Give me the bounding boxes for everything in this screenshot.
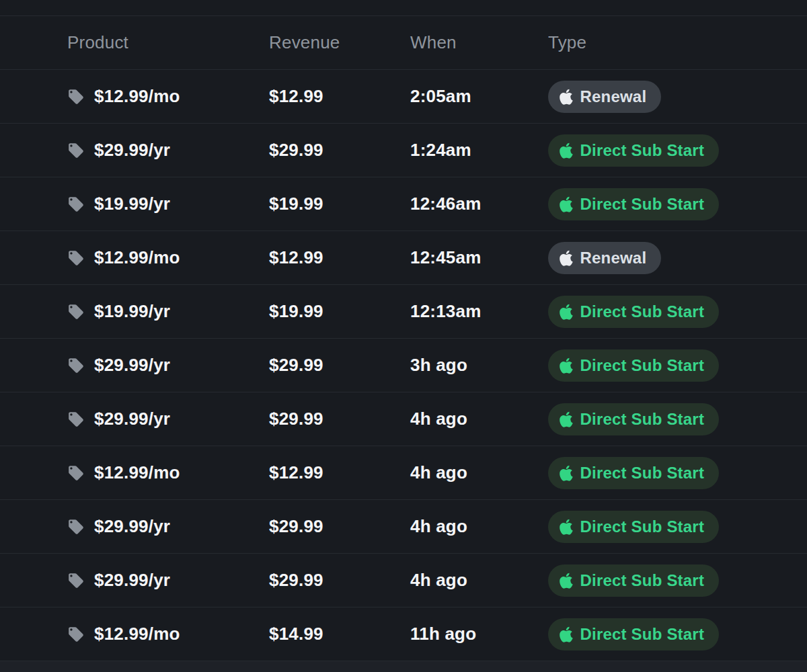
transaction-type-badge: Direct Sub Start bbox=[548, 296, 719, 328]
when-cell: 12:13am bbox=[410, 301, 548, 322]
revenue-cell: $12.99 bbox=[269, 86, 410, 107]
apple-icon bbox=[560, 196, 573, 213]
table-top-divider bbox=[0, 0, 807, 16]
product-cell-wrap: $12.99/mo bbox=[67, 86, 269, 107]
apple-icon bbox=[560, 518, 573, 536]
column-header-product: Product bbox=[67, 32, 269, 53]
type-cell-wrap: Direct Sub Start bbox=[548, 511, 807, 543]
tag-icon bbox=[67, 357, 85, 374]
product-cell-wrap: $29.99/yr bbox=[67, 140, 269, 161]
column-header-type: Type bbox=[548, 32, 807, 53]
type-cell-wrap: Direct Sub Start bbox=[548, 134, 807, 167]
table-header-row: Product Revenue When Type bbox=[0, 16, 807, 70]
transaction-type-badge: Direct Sub Start bbox=[548, 403, 719, 435]
product-cell-wrap: $29.99/yr bbox=[67, 570, 269, 591]
product-cell-wrap: $29.99/yr bbox=[67, 355, 269, 376]
product-cell: $29.99/yr bbox=[94, 570, 170, 591]
product-cell-wrap: $12.99/mo bbox=[67, 462, 269, 483]
table-row[interactable]: $29.99/yr $29.99 4h ago Direct Sub Start bbox=[0, 554, 807, 607]
revenue-cell: $29.99 bbox=[269, 140, 410, 161]
table-body: $12.99/mo $12.99 2:05am Renewal $29.99/y… bbox=[0, 70, 807, 661]
badge-label: Direct Sub Start bbox=[580, 195, 705, 214]
badge-label: Direct Sub Start bbox=[580, 625, 705, 644]
product-cell: $12.99/mo bbox=[94, 86, 180, 107]
transaction-type-badge: Direct Sub Start bbox=[548, 349, 719, 382]
product-cell-wrap: $29.99/yr bbox=[67, 516, 269, 537]
product-cell-wrap: $29.99/yr bbox=[67, 409, 269, 429]
revenue-cell: $29.99 bbox=[269, 355, 410, 376]
product-cell: $19.99/yr bbox=[94, 301, 170, 322]
tag-icon bbox=[67, 142, 85, 159]
product-cell-wrap: $19.99/yr bbox=[67, 194, 269, 214]
product-cell-wrap: $12.99/mo bbox=[67, 247, 269, 268]
table-row[interactable]: $29.99/yr $29.99 4h ago Direct Sub Start bbox=[0, 500, 807, 554]
tag-icon bbox=[67, 572, 85, 589]
tag-icon bbox=[67, 196, 85, 213]
product-cell: $29.99/yr bbox=[94, 140, 170, 161]
when-cell: 12:46am bbox=[410, 194, 548, 214]
revenue-cell: $19.99 bbox=[269, 301, 410, 322]
tag-icon bbox=[67, 249, 85, 267]
when-cell: 4h ago bbox=[410, 462, 548, 483]
product-cell: $19.99/yr bbox=[94, 194, 170, 214]
when-cell: 4h ago bbox=[410, 409, 548, 429]
type-cell-wrap: Direct Sub Start bbox=[548, 618, 807, 650]
table-row[interactable]: $29.99/yr $29.99 3h ago Direct Sub Start bbox=[0, 339, 807, 392]
transaction-type-badge: Direct Sub Start bbox=[548, 511, 719, 543]
revenue-cell: $12.99 bbox=[269, 247, 410, 268]
table-row[interactable]: $19.99/yr $19.99 12:13am Direct Sub Star… bbox=[0, 285, 807, 339]
transaction-type-badge: Direct Sub Start bbox=[548, 457, 719, 489]
type-cell-wrap: Renewal bbox=[548, 242, 807, 274]
table-row[interactable]: $29.99/yr $29.99 1:24am Direct Sub Start bbox=[0, 124, 807, 177]
transaction-type-badge: Direct Sub Start bbox=[548, 564, 719, 597]
column-header-when: When bbox=[410, 32, 548, 53]
tag-icon bbox=[67, 303, 85, 321]
transactions-table: Product Revenue When Type $12.99/mo $12.… bbox=[0, 0, 807, 672]
when-cell: 4h ago bbox=[410, 516, 548, 537]
table-row[interactable]: $12.99/mo $12.99 12:45am Renewal bbox=[0, 231, 807, 285]
type-cell-wrap: Direct Sub Start bbox=[548, 457, 807, 489]
product-cell: $12.99/mo bbox=[94, 624, 180, 644]
when-cell: 1:24am bbox=[410, 140, 548, 161]
transaction-type-badge: Direct Sub Start bbox=[548, 134, 719, 167]
badge-label: Direct Sub Start bbox=[580, 302, 705, 321]
badge-label: Direct Sub Start bbox=[580, 141, 705, 160]
table-row[interactable]: $12.99/mo $12.99 2:05am Renewal bbox=[0, 70, 807, 124]
table-row[interactable]: $12.99/mo $12.99 4h ago Direct Sub Start bbox=[0, 446, 807, 500]
product-cell-wrap: $12.99/mo bbox=[67, 624, 269, 644]
apple-icon bbox=[560, 142, 573, 159]
badge-label: Renewal bbox=[580, 87, 647, 106]
product-cell: $12.99/mo bbox=[94, 462, 180, 483]
tag-icon bbox=[67, 518, 85, 536]
type-cell-wrap: Renewal bbox=[548, 81, 807, 113]
product-cell: $29.99/yr bbox=[94, 409, 170, 429]
apple-icon bbox=[560, 357, 573, 374]
apple-icon bbox=[560, 464, 573, 482]
revenue-cell: $12.99 bbox=[269, 462, 410, 483]
apple-icon bbox=[560, 572, 573, 589]
revenue-cell: $29.99 bbox=[269, 516, 410, 537]
type-cell-wrap: Direct Sub Start bbox=[548, 349, 807, 382]
type-cell-wrap: Direct Sub Start bbox=[548, 188, 807, 220]
product-cell: $29.99/yr bbox=[94, 516, 170, 537]
transaction-type-badge: Direct Sub Start bbox=[548, 188, 719, 220]
transaction-type-badge: Renewal bbox=[548, 242, 661, 274]
transaction-type-badge: Direct Sub Start bbox=[548, 618, 719, 650]
apple-icon bbox=[560, 249, 573, 267]
column-header-revenue: Revenue bbox=[269, 32, 410, 53]
when-cell: 11h ago bbox=[410, 624, 548, 644]
tag-icon bbox=[67, 626, 85, 643]
tag-icon bbox=[67, 88, 85, 106]
table-row[interactable]: $19.99/yr $19.99 12:46am Direct Sub Star… bbox=[0, 177, 807, 231]
table-row[interactable]: $29.99/yr $29.99 4h ago Direct Sub Start bbox=[0, 392, 807, 446]
next-row-partial bbox=[0, 661, 807, 672]
badge-label: Renewal bbox=[580, 249, 647, 267]
tag-icon bbox=[67, 464, 85, 482]
badge-label: Direct Sub Start bbox=[580, 571, 705, 590]
revenue-cell: $19.99 bbox=[269, 194, 410, 214]
apple-icon bbox=[560, 88, 573, 106]
badge-label: Direct Sub Start bbox=[580, 464, 705, 482]
table-row[interactable]: $12.99/mo $14.99 11h ago Direct Sub Star… bbox=[0, 607, 807, 661]
tag-icon bbox=[67, 411, 85, 428]
badge-label: Direct Sub Start bbox=[580, 356, 705, 375]
